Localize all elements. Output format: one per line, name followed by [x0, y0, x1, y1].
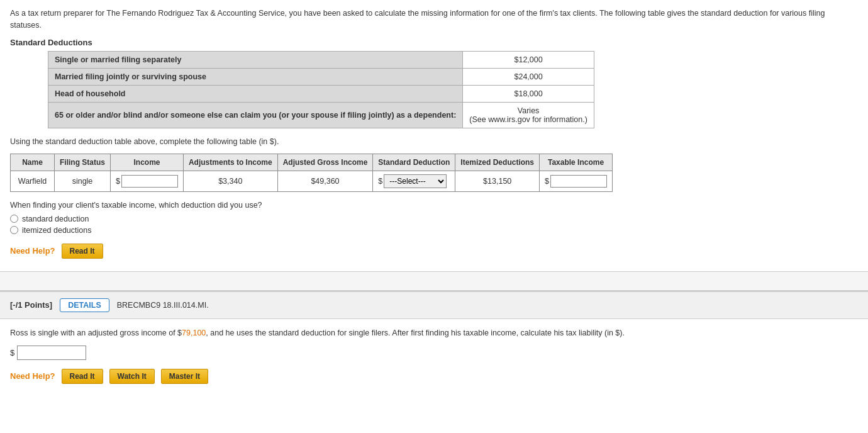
table-row: Warfield single $ $3,340 $49,360 $: [11, 171, 613, 191]
table-header-cell: Taxable Income: [540, 154, 613, 171]
std-deduction-select[interactable]: ---Select---$12,000$24,000$18,000: [384, 174, 447, 188]
radio-itemized-deductions-label: itemized deductions: [22, 226, 91, 235]
master-it-button[interactable]: Master It: [161, 369, 208, 384]
section2-header: [-/1 Points] DETAILS BRECMBC9 18.III.014…: [0, 291, 868, 319]
taxable-dollar-sign: $: [545, 177, 549, 186]
answer-input[interactable]: [17, 346, 86, 360]
table-header-cell: Standard Deduction: [373, 154, 455, 171]
section2-read-it-button[interactable]: Read It: [62, 369, 103, 384]
table-header-cell: Adjusted Gross Income: [277, 154, 373, 171]
cell-taxable: $: [540, 171, 613, 191]
radio-itemized-deductions[interactable]: itemized deductions: [10, 226, 858, 235]
details-button[interactable]: DETAILS: [60, 298, 109, 312]
taxable-input[interactable]: [550, 175, 607, 188]
points-label: [-/1 Points]: [10, 300, 52, 310]
cell-itemized: $13,150: [455, 171, 540, 191]
table-header-cell: Income: [111, 154, 184, 171]
std-deduction-dollar: $: [378, 177, 382, 186]
section2-need-help-row: Need Help? Read It Watch It Master It: [10, 369, 858, 384]
watch-it-button[interactable]: Watch It: [109, 369, 155, 384]
section2-need-help-label: Need Help?: [10, 371, 55, 381]
deduction-amount-cell: $18,000: [463, 85, 594, 102]
deduction-status-cell: Married filing jointly or surviving spou…: [48, 68, 463, 85]
deduction-amount-cell: Varies (See www.irs.gov for information.…: [463, 102, 594, 128]
table-header-cell: Name: [11, 154, 55, 171]
need-help-label: Need Help?: [10, 246, 55, 256]
cell-std-deduction: $ ---Select---$12,000$24,000$18,000: [373, 171, 455, 191]
deduction-amount-cell: $12,000: [463, 51, 594, 68]
table-header-cell: Adjustments to Income: [183, 154, 277, 171]
table-header-cell: Filing Status: [55, 154, 111, 171]
need-help-row: Need Help? Read It: [10, 244, 858, 259]
problem-highlight: 79,100: [182, 329, 206, 337]
income-input[interactable]: [121, 175, 178, 188]
answer-input-row: $: [10, 346, 858, 360]
radio-standard-deduction-input[interactable]: [10, 215, 18, 223]
answer-dollar-sign: $: [10, 348, 14, 357]
section2-body: Ross is single with an adjusted gross in…: [0, 319, 868, 396]
deduction-question: When finding your client's taxable incom…: [10, 201, 858, 210]
cell-adjustments: $3,340: [183, 171, 277, 191]
deduction-amount-cell: $24,000: [463, 68, 594, 85]
cell-name: Warfield: [11, 171, 55, 191]
radio-standard-deduction[interactable]: standard deduction: [10, 215, 858, 223]
section2-problem-text: Ross is single with an adjusted gross in…: [10, 327, 858, 339]
deduction-status-cell: Head of household: [48, 85, 463, 102]
standard-deductions-table: Single or married filing separately$12,0…: [48, 51, 594, 128]
income-dollar-sign: $: [116, 177, 120, 186]
radio-standard-deduction-label: standard deduction: [22, 215, 89, 223]
radio-itemized-deductions-input[interactable]: [10, 226, 18, 234]
problem-text-part2: , and he uses the standard deduction for…: [206, 329, 625, 337]
instruction-text: Using the standard deduction table above…: [10, 137, 858, 146]
intro-text: As a tax return preparer for The Fernand…: [10, 8, 858, 31]
std-deductions-title: Standard Deductions: [10, 38, 858, 47]
deduction-status-cell: Single or married filing separately: [48, 51, 463, 68]
cell-agi: $49,360: [277, 171, 373, 191]
cell-income: $: [111, 171, 184, 191]
read-it-button[interactable]: Read It: [62, 244, 103, 259]
deduction-status-cell: 65 or older and/or blind and/or someone …: [48, 102, 463, 128]
cell-filing-status: single: [55, 171, 111, 191]
table-header-cell: Itemized Deductions: [455, 154, 540, 171]
problem-text-part1: Ross is single with an adjusted gross in…: [10, 329, 182, 337]
main-data-table: NameFiling StatusIncomeAdjustments to In…: [10, 154, 613, 192]
code-label: BRECMBC9 18.III.014.MI.: [117, 301, 209, 310]
